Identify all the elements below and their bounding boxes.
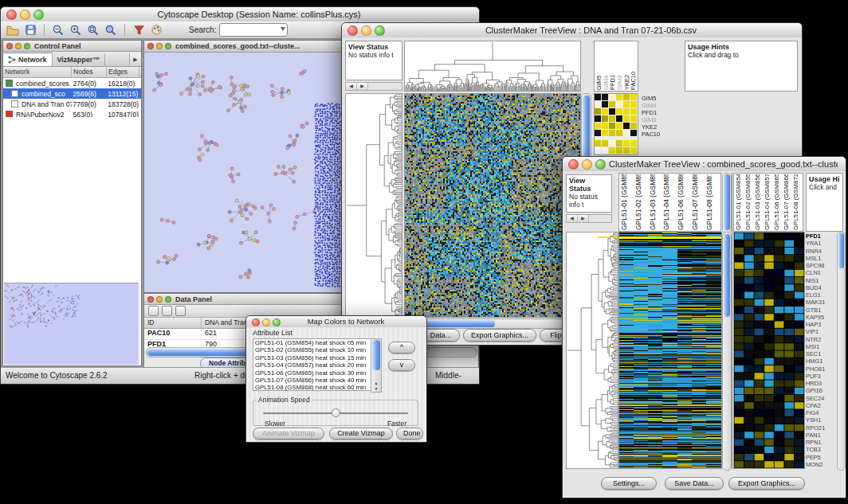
network-row[interactable]: DNA and Tran 07 7769(0) 183728(0)	[3, 99, 141, 109]
scroll-right-icon[interactable]: ▶	[357, 83, 368, 90]
frame-close-icon[interactable]	[147, 296, 154, 303]
gene-label[interactable]: VIP1	[806, 328, 835, 335]
heatmap-global-view[interactable]	[618, 232, 722, 469]
frame-close-icon[interactable]	[147, 43, 154, 49]
scrollbar-thumb[interactable]	[838, 233, 844, 268]
frame-close-icon[interactable]	[6, 43, 13, 49]
view-status-scrollbar[interactable]: ◀ ▶	[345, 82, 402, 91]
gene-label[interactable]: PEP5	[806, 454, 835, 461]
scrollbar-thumb[interactable]	[724, 174, 730, 230]
frame-float-icon[interactable]	[165, 296, 171, 303]
gene-label[interactable]: HAP3	[806, 321, 835, 328]
heatmap-horizontal-scrollbar[interactable]	[404, 318, 583, 329]
done-button[interactable]: Done	[396, 428, 423, 440]
delete-attribute-icon[interactable]	[175, 306, 186, 316]
close-icon[interactable]	[6, 10, 17, 20]
gene-label[interactable]: YKE2	[642, 123, 677, 131]
gene-label[interactable]: HMG1	[806, 357, 835, 365]
scroll-up-icon[interactable]: ▲	[371, 381, 381, 386]
gene-label[interactable]: YSH1	[806, 416, 835, 424]
gene-label[interactable]: RPO21	[806, 424, 835, 432]
close-icon[interactable]	[568, 159, 579, 170]
gene-label[interactable]: FIG4	[806, 409, 835, 416]
gene-label[interactable]: MAK31	[806, 299, 835, 306]
attribute-item[interactable]: GPL51-07 (GSM866) heat shock 40 min	[253, 377, 379, 384]
minimize-icon[interactable]	[20, 10, 30, 20]
save-session-icon[interactable]	[23, 23, 37, 37]
gene-label[interactable]: CLN1	[806, 269, 835, 276]
main-titlebar[interactable]: Cytoscape Desktop (Session Name: collins…	[1, 7, 479, 22]
gene-label[interactable]: SEC24	[806, 395, 835, 402]
gene-label[interactable]: MON2	[806, 461, 835, 468]
gene-label[interactable]: YRA1	[806, 240, 835, 247]
gene-label[interactable]: TCB3	[806, 446, 835, 453]
scrollbar-thumb[interactable]	[372, 340, 380, 370]
annotation-icon[interactable]	[132, 23, 146, 37]
frame-minimize-icon[interactable]	[156, 296, 163, 303]
gene-label[interactable]: GIM5	[642, 95, 677, 102]
network-window-header[interactable]: combined_scores_good.txt--cluste...	[144, 41, 345, 53]
network-row[interactable]: combined_scores 2764(0) 16218(0)	[3, 78, 141, 88]
attribute-item[interactable]: GPL51-06 (GSM865) heat shock 30 min	[253, 369, 379, 377]
move-up-button[interactable]: ^	[388, 342, 415, 354]
create-vizmap-button[interactable]: Create Vizmap	[329, 428, 393, 440]
gene-label[interactable]: GPI16	[806, 387, 835, 394]
select-attributes-icon[interactable]	[148, 306, 159, 316]
animate-vizmap-button[interactable]: Animate Vizmap	[253, 428, 324, 440]
close-icon[interactable]	[252, 318, 260, 326]
scroll-down-icon[interactable]: ▼	[371, 386, 381, 392]
attribute-list[interactable]: GPL51-01 (GSM854) heat shock 05 minGPL51…	[253, 338, 380, 391]
tab-vizmapper[interactable]: VizMapper™	[53, 53, 106, 66]
attribute-item[interactable]: GPL51-08 (GSM868) heat shock 60 min	[253, 384, 379, 391]
maximize-icon[interactable]	[273, 318, 281, 326]
gene-label[interactable]: SPC98	[806, 262, 835, 269]
gene-label[interactable]: MSI1	[806, 343, 835, 350]
maximize-icon[interactable]	[595, 159, 606, 170]
heatmap-vertical-scrollbar[interactable]	[722, 232, 732, 471]
vizmapper-palette-icon[interactable]	[149, 23, 163, 37]
attribute-item[interactable]: GPL51-03 (GSM856) heat shock 15 min	[253, 354, 379, 361]
scroll-left-icon[interactable]: ◀	[567, 215, 578, 222]
save-data-button[interactable]: Data...	[422, 329, 460, 342]
frame-minimize-icon[interactable]	[15, 43, 22, 49]
create-attribute-icon[interactable]	[162, 306, 172, 316]
tab-overflow-icon[interactable]: ▶	[129, 53, 141, 66]
tab-network[interactable]: Network	[3, 53, 53, 66]
gene-label[interactable]: MSL1	[806, 255, 835, 262]
open-session-icon[interactable]	[6, 23, 20, 37]
network-view-canvas[interactable]	[144, 53, 344, 291]
row-dendrogram[interactable]	[345, 93, 402, 318]
attribute-list-scrollbar[interactable]: ▲ ▼	[371, 338, 382, 393]
animation-speed-slider[interactable]	[263, 408, 408, 418]
frame-maximize-icon[interactable]	[165, 43, 171, 49]
gene-list-scrollbar[interactable]	[837, 232, 846, 471]
save-data-button[interactable]: Save Data...	[665, 477, 724, 490]
gene-label[interactable]: BUD4	[806, 284, 835, 291]
gene-label[interactable]: RPN1	[806, 439, 835, 446]
gene-label[interactable]: GTB1	[806, 307, 835, 314]
export-graphics-button[interactable]: Export Graphics...	[463, 329, 536, 342]
gene-label[interactable]: NIS1	[806, 277, 835, 284]
network-overview[interactable]	[4, 283, 139, 365]
network-row-selected[interactable]: combined_sco 2569(6) 13112(15)	[3, 88, 141, 99]
export-graphics-button[interactable]: Export Graphics...	[728, 477, 805, 490]
gene-label[interactable]: PHO81	[806, 365, 835, 373]
column-dendrogram[interactable]	[404, 41, 581, 92]
attribute-item[interactable]: GPL51-02 (GSM855) heat shock 10 min	[253, 346, 379, 354]
dropdown-arrow-icon[interactable]	[281, 27, 285, 31]
scrollbar-thumb[interactable]	[583, 96, 590, 161]
gene-label[interactable]: PAN1	[806, 432, 835, 439]
attribute-item[interactable]: GPL51-04 (GSM857) heat shock 20 min	[253, 361, 379, 369]
dialog-titlebar[interactable]: Map Colors to Network	[246, 316, 426, 328]
close-icon[interactable]	[347, 25, 358, 36]
gene-label[interactable]: GIM3	[642, 116, 677, 123]
gene-label[interactable]: PUF3	[806, 373, 835, 380]
scroll-right-icon[interactable]: ▶	[578, 215, 589, 222]
gene-label[interactable]: CPA2	[806, 402, 835, 409]
tv2-titlebar[interactable]: ClusterMaker TreeView : combined_scores_…	[563, 157, 846, 172]
heatmap-global-view[interactable]	[404, 93, 581, 318]
slider-thumb[interactable]	[332, 408, 340, 417]
row-dendrogram[interactable]	[566, 232, 618, 469]
attribute-item[interactable]: GPL51-01 (GSM854) heat shock 05 min	[253, 339, 379, 346]
zoom-out-icon[interactable]	[51, 23, 65, 37]
